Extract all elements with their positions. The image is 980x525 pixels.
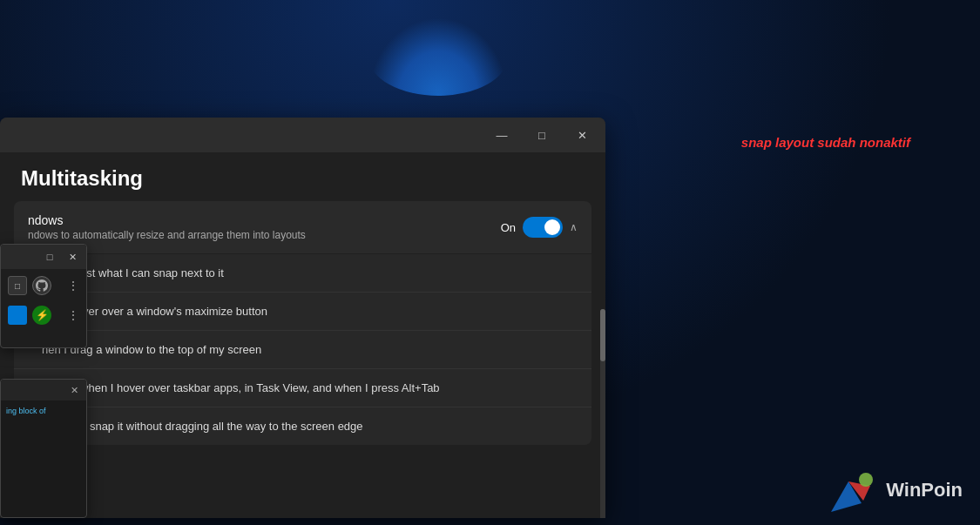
mini2-text-content: ing block of [6, 407, 46, 415]
mini2-close-button[interactable]: ✕ [66, 382, 82, 398]
sub-item-4[interactable]: w, let me snap it without dragging all t… [14, 407, 591, 445]
snap-toggle[interactable] [523, 217, 563, 238]
green-app-icon[interactable]: ⚡ [32, 306, 51, 325]
scrollbar[interactable] [600, 309, 605, 518]
settings-window: — □ ✕ Multitasking ndows ndows to automa… [0, 118, 605, 518]
mini-restore-button[interactable]: □ [41, 248, 58, 266]
chevron-up-icon[interactable]: ∧ [570, 221, 578, 233]
winpoin-logo-icon [827, 464, 879, 516]
sub-item-1[interactable]: hen I hover over a window's maximize but… [14, 293, 591, 331]
sub-item-3[interactable]: indows when I hover over taskbar apps, i… [14, 369, 591, 407]
page-header: Multitasking [0, 152, 605, 201]
maximize-button[interactable]: □ [522, 121, 562, 149]
toggle-container: On ∧ [501, 217, 578, 238]
github-icon[interactable] [32, 276, 51, 295]
mini2-text: ing block of [6, 406, 81, 418]
square-icon[interactable]: □ [8, 276, 27, 295]
mini-icon-row-2: ⚡ ⋮ [4, 302, 83, 328]
settings-content[interactable]: ndows ndows to automatically resize and … [0, 201, 605, 518]
section-subtitle: ndows to automatically resize and arrang… [28, 229, 306, 241]
sub-item-text-4: w, let me snap it without dragging all t… [42, 420, 363, 433]
svg-point-2 [859, 473, 873, 487]
mini2-content: ing block of [1, 400, 86, 423]
more-options-icon[interactable]: ⋮ [67, 279, 79, 293]
title-bar: — □ ✕ [0, 118, 605, 152]
mini-icon-row-1: □ ⋮ [4, 273, 83, 299]
mini-window2: ✕ ing block of [0, 379, 87, 518]
toggle-label: On [501, 221, 516, 234]
mini-window: □ ✕ □ ⋮ ⚡ ⋮ [0, 244, 87, 348]
snap-windows-section: ndows ndows to automatically resize and … [14, 201, 591, 253]
minimize-button[interactable]: — [482, 121, 522, 149]
mini2-title-bar: ✕ [1, 380, 86, 400]
annotation-text: snap layout sudah nonaktif [741, 135, 910, 150]
sub-item-text-3: indows when I hover over taskbar apps, i… [42, 381, 440, 394]
close-button[interactable]: ✕ [562, 121, 602, 149]
winpoin-text: WinPoin [886, 479, 963, 501]
sub-item-2[interactable]: hen I drag a window to the top of my scr… [14, 331, 591, 369]
mini-close-button[interactable]: ✕ [64, 248, 81, 266]
toggle-thumb [544, 219, 560, 235]
mini-title-bar: □ ✕ [1, 245, 86, 269]
more-options-2-icon[interactable]: ⋮ [67, 308, 79, 322]
section-text: ndows ndows to automatically resize and … [28, 213, 306, 241]
active-indicator [8, 306, 27, 325]
section-title: ndows [28, 213, 306, 227]
windows-logo-decoration [368, 17, 508, 96]
sub-item-0[interactable]: w, suggest what I can snap next to it [14, 254, 591, 293]
page-title: Multitasking [21, 166, 585, 191]
scrollbar-thumb[interactable] [600, 309, 605, 361]
mini-content: □ ⋮ ⚡ ⋮ [1, 269, 86, 347]
winpoin-logo: WinPoin [827, 464, 963, 516]
